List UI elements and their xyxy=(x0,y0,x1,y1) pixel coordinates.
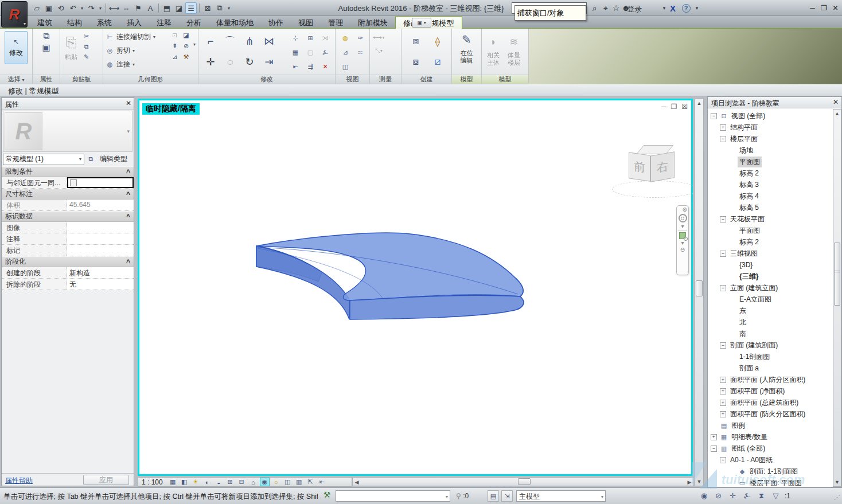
press-drag-icon[interactable]: ✛ xyxy=(727,490,738,501)
tree-item-label[interactable]: 图纸 (全部) xyxy=(730,443,767,454)
demolish-icon[interactable]: ⊘ xyxy=(182,42,190,50)
tree-item[interactable]: 1-1剖面图 xyxy=(708,351,832,362)
view-scale-button[interactable]: 1 : 100 xyxy=(142,478,163,486)
tree-item[interactable]: +▦明细表/数量 xyxy=(708,431,832,443)
tree-item-label[interactable]: A0-1 - A0图纸 xyxy=(728,455,774,466)
beam-joins-icon[interactable]: ◪ xyxy=(182,31,190,40)
redo-icon[interactable]: ↷ xyxy=(85,2,97,14)
trim-single-icon[interactable]: ⇤ xyxy=(291,62,300,71)
tree-item[interactable]: −三维视图 xyxy=(708,248,832,259)
exchange-apps-icon[interactable]: X xyxy=(667,2,679,14)
editing-requests-icon[interactable]: ▤ xyxy=(488,490,499,502)
help-dropdown-icon[interactable]: ▾ xyxy=(691,2,703,14)
hammer-icon[interactable]: ⚒ xyxy=(182,53,190,61)
trim-multiple-icon[interactable]: ⇶ xyxy=(306,62,315,71)
tab-9[interactable]: 管理 xyxy=(321,16,350,29)
collapse-icon[interactable]: − xyxy=(720,251,726,257)
communication-center-icon[interactable]: ⌖ xyxy=(600,2,611,14)
scroll-right-icon[interactable]: ▶ xyxy=(687,479,692,485)
tree-item[interactable]: 标高 2 xyxy=(708,236,832,248)
mirror-pick-axis-icon[interactable]: ⋔ xyxy=(240,32,259,50)
split-element-icon[interactable]: ⊹ xyxy=(291,34,300,42)
shadows-off-icon[interactable]: ◐ xyxy=(202,478,212,486)
hide-elements-icon[interactable]: ◍ xyxy=(341,34,350,42)
project-browser-header[interactable]: 项目浏览器 - 阶梯教室 ✕ xyxy=(708,97,841,108)
property-value[interactable]: 新构造 xyxy=(67,267,134,278)
section-icon[interactable]: ◪ xyxy=(173,2,185,14)
tree-item-label[interactable]: 标高 2 xyxy=(738,168,761,179)
tab-7[interactable]: 协作 xyxy=(261,16,291,29)
restore-button[interactable]: ❐ xyxy=(819,3,829,13)
tree-item[interactable]: 平面图 xyxy=(708,156,832,167)
copy-icon[interactable]: ⧉ xyxy=(82,42,91,51)
tree-item-label[interactable]: 标高 2 xyxy=(738,237,761,248)
help-icon[interactable]: ? xyxy=(680,2,692,14)
viewcube-front-face[interactable]: 前 xyxy=(629,152,650,181)
rotate-icon[interactable]: ↻ xyxy=(240,53,259,71)
tree-item-label[interactable]: 楼层平面: 平面图 xyxy=(748,478,804,487)
canvas-horizontal-scrollbar[interactable]: ◀ ▶ xyxy=(352,477,694,486)
browser-scroll-thumb[interactable] xyxy=(834,243,840,306)
tree-item-label[interactable]: 北 xyxy=(738,317,748,328)
temporary-view-properties-icon[interactable]: ◫ xyxy=(283,478,293,486)
collapse-icon[interactable]: − xyxy=(720,136,726,142)
tree-item-label[interactable]: 东 xyxy=(738,306,748,317)
create-parts-icon[interactable]: ⧄ xyxy=(428,53,447,71)
editable-only-icon[interactable]: ◉ xyxy=(699,490,710,501)
section-header-1[interactable]: 尺寸标注^ xyxy=(2,189,134,200)
section-header-3[interactable]: 阶段化^ xyxy=(2,256,134,267)
collapse-icon[interactable]: − xyxy=(720,285,726,291)
tree-item[interactable]: ▭楼层平面: 平面图 xyxy=(708,477,832,486)
related-host-button[interactable]: ◗ 相关 主体 xyxy=(484,30,502,66)
tree-item[interactable]: ▤图例 xyxy=(708,420,832,431)
collapse-icon[interactable]: − xyxy=(711,446,717,452)
expand-icon[interactable]: + xyxy=(720,124,726,131)
scroll-up-icon[interactable]: ▲ xyxy=(695,100,703,106)
type-properties-icon[interactable]: ▣ xyxy=(42,43,51,52)
unlocked-view-icon[interactable]: ⌂ xyxy=(248,478,258,486)
viewcube-right-face[interactable]: 右 xyxy=(650,151,675,182)
wheel-dropdown-icon[interactable]: ▾ xyxy=(681,224,684,229)
property-value[interactable] xyxy=(67,222,134,233)
displacement-icon[interactable]: ⇱ xyxy=(306,478,315,486)
active-workset-dropdown[interactable]: ▾ xyxy=(336,490,450,502)
viewcube-compass-ring[interactable] xyxy=(612,181,698,198)
split-with-gap-icon[interactable]: ⊞ xyxy=(306,34,315,42)
vertical-scroll-thumb[interactable] xyxy=(696,280,703,296)
tab-3[interactable]: 插入 xyxy=(119,16,149,29)
analytical-model-icon[interactable]: ▥ xyxy=(294,478,304,486)
property-value[interactable] xyxy=(67,233,134,244)
copy-element-icon[interactable]: ◌ xyxy=(221,53,239,71)
visual-style-icon[interactable]: ◧ xyxy=(180,478,189,486)
collapse-icon[interactable]: ^ xyxy=(126,213,130,221)
default-3d-view-icon[interactable]: ⬒ xyxy=(161,2,173,14)
offset-icon[interactable]: ⌒ xyxy=(221,32,239,50)
array-icon[interactable]: ▦ xyxy=(291,48,300,57)
tree-item[interactable]: E-A立面图 xyxy=(708,294,832,305)
tab-4[interactable]: 注释 xyxy=(149,16,179,29)
tree-item-label[interactable]: 立面 (建筑立面) xyxy=(728,283,779,294)
edit-in-place-button[interactable]: ✎ 在位 编辑 xyxy=(452,29,481,64)
scale-icon[interactable]: ▢ xyxy=(306,48,315,57)
tree-item[interactable]: 北 xyxy=(708,317,832,328)
tree-item-label[interactable]: 标高 5 xyxy=(738,202,761,213)
scroll-down-icon[interactable]: ▼ xyxy=(695,479,703,485)
temporary-hide-isolate-icon[interactable]: ◉ xyxy=(260,478,270,486)
match-type-icon[interactable]: ✎ xyxy=(82,53,91,61)
tree-item[interactable]: +面积平面 (防火分区面积) xyxy=(708,408,832,420)
expand-icon[interactable]: + xyxy=(720,388,726,394)
edit-type-button[interactable]: 编辑类型 xyxy=(98,153,130,165)
paint-icon[interactable]: ⊿ xyxy=(170,53,179,61)
tree-item-label[interactable]: 标高 3 xyxy=(738,179,761,190)
expand-icon[interactable]: + xyxy=(720,377,726,383)
trim-extend-icon[interactable]: ⇥ xyxy=(260,53,278,71)
sign-in-button[interactable]: 登录 xyxy=(627,4,642,14)
tab-5[interactable]: 分析 xyxy=(179,16,209,29)
exclude-options-icon[interactable]: ⊘ xyxy=(713,490,724,501)
scroll-down-icon[interactable]: ▼ xyxy=(833,479,841,485)
tree-item[interactable]: {三维} xyxy=(708,271,832,282)
model-geometry[interactable] xyxy=(139,100,691,474)
tree-item-label[interactable]: 明细表/数量 xyxy=(730,432,769,443)
tree-item-label[interactable]: E-A立面图 xyxy=(738,294,773,305)
tab-2[interactable]: 系统 xyxy=(89,16,119,29)
